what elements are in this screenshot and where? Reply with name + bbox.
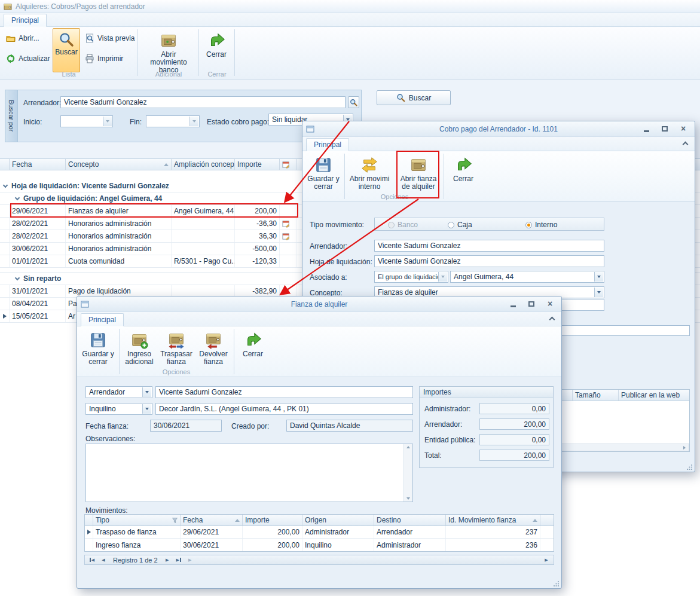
abrir-movimiento-banco-button[interactable]: Abrir movimiento banco <box>142 28 195 72</box>
column-header-concepto[interactable]: Concepto <box>66 159 172 170</box>
desktop: Alquileres: Cobros/Pagos del arrendador … <box>0 0 700 596</box>
radio-caja[interactable]: Caja <box>448 221 472 229</box>
arrendador-field[interactable]: Vicente Sadurni Gonzalez <box>155 386 413 398</box>
guardar-cerrar-button[interactable]: Guardar y cerrar <box>305 152 342 197</box>
vertical-scrollbar[interactable] <box>404 444 412 502</box>
asociado-valor-combo[interactable]: Angel Guimera, 44 <box>450 271 604 283</box>
collapse-icon[interactable] <box>15 275 20 280</box>
ingreso-adicional-button[interactable]: Ingreso adicional <box>121 328 157 372</box>
entidad-publica-importe[interactable]: 0,00 <box>479 434 549 445</box>
abrir-fianza-button[interactable]: Abrir fianza de alquiler <box>399 152 438 197</box>
traspasar-fianza-button[interactable]: Traspasar fianza <box>158 328 194 372</box>
minimize-button[interactable] <box>509 300 517 308</box>
inicio-date-combo[interactable] <box>60 115 113 127</box>
buscar-button[interactable]: Buscar <box>377 90 451 105</box>
column-header-origen[interactable]: Origen <box>302 515 374 525</box>
vista-previa-button[interactable]: Vista previa <box>82 32 137 45</box>
current-row-arrow-icon <box>3 314 7 319</box>
table-row[interactable]: Traspaso de fianza 29/06/2021 200,00 Adm… <box>85 526 554 539</box>
chevron-down-icon[interactable] <box>594 288 603 297</box>
cerrar-dialog-button[interactable]: Cerrar <box>447 152 479 197</box>
column-header-id-movimiento[interactable]: Id. Movimiento fianza <box>446 515 540 525</box>
column-header-tamano[interactable]: Tamaño <box>573 390 619 401</box>
collapse-icon[interactable] <box>3 182 8 187</box>
fin-date-combo[interactable] <box>146 115 200 127</box>
collapse-icon[interactable] <box>15 195 20 200</box>
asociado-tipo-combo[interactable]: El grupo de liquidación <box>374 271 448 283</box>
imprimir-button[interactable]: Imprimir <box>82 52 126 65</box>
doc-icon-cell <box>280 218 296 230</box>
table-row[interactable]: Ingreso fianza 30/06/2021 200,00 Inquili… <box>85 539 554 551</box>
column-header-importe[interactable]: Importe <box>243 515 302 525</box>
resize-grip[interactable] <box>687 464 693 470</box>
buscar-button-label: Buscar <box>409 94 431 102</box>
inquilino-field[interactable]: Decor Jardín, S.L. (Angel Guimera, 44 , … <box>155 403 413 415</box>
scroll-right-button[interactable]: ▶ <box>542 556 551 564</box>
new-record-button[interactable]: ▶ <box>185 556 195 564</box>
cobro-titlebar[interactable]: Cobro pago del Arrendador - Id. 1101 <box>302 121 695 137</box>
observaciones-textarea[interactable] <box>85 444 413 502</box>
radio-interno[interactable]: Interno <box>525 221 557 229</box>
close-button[interactable]: × <box>546 300 554 308</box>
total-importe[interactable]: 200,00 <box>479 450 549 461</box>
resize-grip[interactable] <box>554 580 560 586</box>
safe-return-icon <box>204 331 222 349</box>
arrendador-importe-label: Arrendador: <box>424 420 462 429</box>
maximize-button[interactable] <box>661 125 669 133</box>
column-header-tipo[interactable]: Tipo <box>93 515 181 525</box>
cerrar-dialog-button[interactable]: Cerrar <box>237 328 268 372</box>
arrendador-field[interactable]: Vicente Sadurni Gonzalez <box>374 240 604 252</box>
column-header-importe[interactable]: Importe <box>235 159 280 170</box>
abrir-button[interactable]: Abrir... <box>4 32 42 45</box>
vista-previa-label: Vista previa <box>97 34 135 42</box>
fecha-fianza-field[interactable]: 30/06/2021 <box>150 420 222 432</box>
column-header-fecha[interactable]: Fecha <box>181 515 243 525</box>
row-indicator <box>0 205 10 217</box>
fianza-titlebar[interactable]: Fianza de alquiler <box>77 297 561 312</box>
close-button[interactable]: × <box>679 125 687 133</box>
prev-record-button[interactable]: ◀ <box>99 556 108 564</box>
buscar-ribbon-button[interactable]: Buscar <box>53 28 80 72</box>
collapse-ribbon-icon[interactable] <box>683 142 689 148</box>
buscar-por-side-tab[interactable]: Buscar por <box>5 90 18 142</box>
tab-principal[interactable]: Principal <box>306 138 349 151</box>
chevron-down-icon[interactable] <box>594 272 603 282</box>
scroll-down-icon[interactable] <box>406 497 410 500</box>
sujeto1-combo[interactable]: Arrendador <box>85 386 152 398</box>
column-header-destino[interactable]: Destino <box>374 515 446 525</box>
movimientos-grid: Tipo Fecha Importe Origen Destino Id. Mo… <box>84 514 554 552</box>
arrendador-search-button[interactable] <box>348 96 359 108</box>
tab-principal[interactable]: Principal <box>81 313 124 326</box>
column-header-publicar[interactable]: Publicar en la web <box>619 390 689 401</box>
tab-principal[interactable]: Principal <box>4 14 47 27</box>
column-header-ampliacion[interactable]: Ampliación concepto <box>172 159 235 170</box>
actualizar-button[interactable]: Actualizar <box>4 52 53 65</box>
creado-por-field[interactable]: David Quintas Alcalde <box>286 420 413 432</box>
scroll-right-icon[interactable] <box>680 444 689 451</box>
collapse-ribbon-icon[interactable] <box>549 317 555 323</box>
maximize-button[interactable] <box>527 300 536 308</box>
devolver-fianza-button[interactable]: Devolver fianza <box>195 328 231 372</box>
administrador-importe[interactable]: 0,00 <box>479 403 549 414</box>
chevron-down-icon[interactable] <box>438 272 447 282</box>
arrendador-importe[interactable]: 200,00 <box>479 418 549 430</box>
chevron-down-icon[interactable] <box>103 117 112 126</box>
arrendador-input[interactable]: Vicente Sadurni Gonzalez <box>60 96 346 108</box>
next-record-button[interactable]: ▶ <box>163 556 172 564</box>
sujeto2-combo[interactable]: Inquilino <box>85 403 152 415</box>
abrir-movimiento-interno-button[interactable]: Abrir movimi interno <box>347 152 392 197</box>
first-record-button[interactable]: ◀ <box>87 556 97 564</box>
chevron-down-icon[interactable] <box>142 387 151 397</box>
column-header-fecha[interactable]: Fecha <box>10 159 66 170</box>
cerrar-ribbon-button[interactable]: Cerrar <box>201 28 232 72</box>
filter-icon[interactable] <box>172 518 178 523</box>
minimize-button[interactable] <box>642 125 650 133</box>
chevron-down-icon[interactable] <box>189 117 198 126</box>
chevron-down-icon[interactable] <box>142 404 151 414</box>
guardar-cerrar-label: Guardar y cerrar <box>305 175 341 191</box>
last-record-button[interactable]: ▶ <box>174 556 184 564</box>
scroll-up-icon[interactable] <box>406 446 410 448</box>
column-header-doc-icon[interactable] <box>280 159 296 170</box>
hoja-liquidacion-field[interactable]: Vicente Sadurni Gonzalez <box>374 255 604 267</box>
guardar-cerrar-button[interactable]: Guardar y cerrar <box>80 328 117 372</box>
